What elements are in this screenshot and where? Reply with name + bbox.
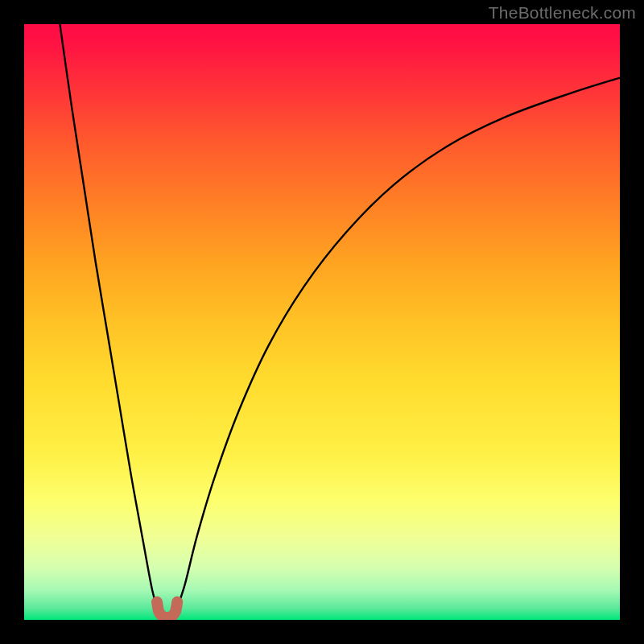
chart-frame: TheBottleneck.com bbox=[0, 0, 644, 644]
curve-left-branch bbox=[60, 24, 158, 611]
curve-layer bbox=[24, 24, 620, 620]
watermark-text: TheBottleneck.com bbox=[489, 3, 636, 23]
trough-marker bbox=[157, 602, 177, 617]
plot-area bbox=[24, 24, 620, 620]
curve-right-branch bbox=[176, 78, 620, 611]
